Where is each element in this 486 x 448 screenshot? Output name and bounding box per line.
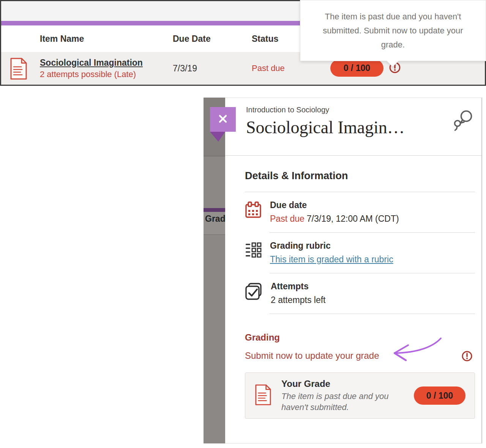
attempts-label: Attempts	[271, 281, 325, 292]
screenshot-root: Item Name Due Date Status Sociological I…	[0, 0, 486, 448]
panel-title: Sociological Imagin…	[246, 117, 481, 137]
rubric-info: Grading rubric This item is graded with …	[270, 241, 393, 265]
due-date-info: Due date Past due7/3/19, 12:00 AM (CDT)	[270, 200, 399, 224]
panel-surface: Introduction to Sociology Sociological I…	[225, 98, 482, 443]
your-grade-card: Your Grade The item is past due and you …	[245, 372, 475, 419]
calendar-icon	[245, 200, 262, 224]
document-icon	[9, 57, 28, 82]
due-date-cell: 7/3/19	[173, 63, 252, 74]
grade-pill[interactable]: 0 / 100	[330, 60, 383, 77]
dimmed-strip-divider-2	[204, 234, 225, 235]
rubric-row: Grading rubric This item is graded with …	[245, 233, 475, 273]
panel-body: Details & Information	[225, 156, 481, 419]
dimmed-grade-label: Grad	[205, 214, 225, 224]
due-date-label: Due date	[270, 200, 399, 210]
tooltip-text: The item is past due and you haven't sub…	[311, 9, 475, 52]
dimmed-strip-divider	[204, 156, 225, 156]
attempts-value: 2 attempts left	[271, 295, 325, 305]
panel-header: Introduction to Sociology Sociological I…	[225, 98, 481, 156]
attempts-info: Attempts 2 attempts left	[271, 281, 325, 305]
attempts-row: Attempts 2 attempts left	[245, 273, 475, 314]
your-grade-text: Your Grade The item is past due and you …	[281, 379, 404, 413]
rubric-link[interactable]: This item is graded with a rubric	[270, 254, 393, 265]
hand-drawn-arrow-annotation	[388, 335, 443, 365]
attempts-icon	[245, 281, 262, 305]
item-name-cell: Sociological Imagination 2 attempts poss…	[40, 58, 173, 79]
detail-panel: Grad Introduction to Sociology Sociologi…	[204, 98, 486, 443]
magnifier-icon[interactable]	[453, 109, 473, 133]
rubric-icon	[245, 241, 262, 265]
your-grade-title: Your Grade	[281, 379, 404, 389]
details-heading: Details & Information	[245, 170, 475, 182]
submit-message[interactable]: Submit now to update your grade	[245, 350, 379, 361]
close-button[interactable]	[210, 107, 236, 132]
row-divider	[270, 314, 475, 314]
status-cell: Past due	[252, 63, 320, 73]
dimmed-accent-bar	[204, 208, 225, 212]
your-grade-pill[interactable]: 0 / 100	[414, 386, 465, 405]
rubric-label: Grading rubric	[270, 241, 393, 251]
column-header-item-name[interactable]: Item Name	[40, 34, 173, 44]
your-grade-description: The item is past due and you haven't sub…	[281, 391, 404, 413]
dimmed-background-strip: Grad	[204, 98, 225, 443]
close-icon	[217, 113, 229, 126]
due-date-value: Past due7/3/19, 12:00 AM (CDT)	[270, 214, 399, 224]
grading-alert-icon[interactable]	[461, 350, 473, 363]
tooltip: The item is past due and you haven't sub…	[300, 0, 486, 61]
item-attempts-note: 2 attempts possible (Late)	[40, 69, 173, 79]
due-date-datetime: 7/3/19, 12:00 AM (CDT)	[307, 214, 399, 224]
submit-message-row: Submit now to update your grade	[245, 350, 475, 364]
item-name-link[interactable]: Sociological Imagination	[40, 58, 143, 68]
due-date-row: Due date Past due7/3/19, 12:00 AM (CDT)	[245, 192, 475, 232]
due-date-status: Past due	[270, 214, 305, 224]
document-icon	[254, 384, 272, 407]
course-name: Introduction to Sociology	[246, 106, 481, 114]
column-header-due-date[interactable]: Due Date	[173, 34, 252, 44]
